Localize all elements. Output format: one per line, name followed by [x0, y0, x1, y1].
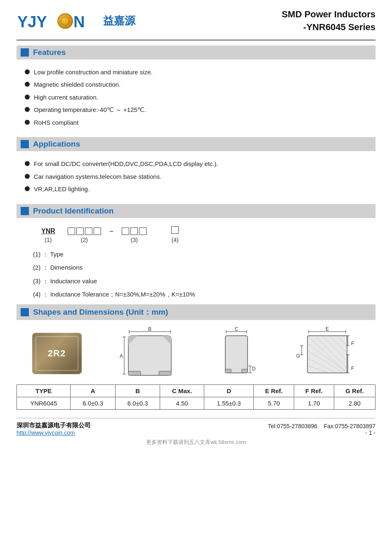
svg-text:A: A: [119, 353, 123, 359]
footer-left: 深圳市益嘉源电子有限公司 http://www.yjycoin.com: [17, 422, 91, 436]
svg-text:G: G: [296, 353, 300, 359]
svg-rect-16: [159, 371, 171, 375]
bullet-icon: [25, 174, 30, 179]
header-title: SMD Power Inductors -YNR6045 Series: [282, 8, 375, 34]
pid-ynr-label: YNR: [41, 228, 55, 235]
dimensions-table: TYPE A B C Max. D E Ref. F Ref. G Ref. Y…: [17, 384, 375, 410]
cell-a: 6.0±0.3: [71, 397, 116, 409]
website-link[interactable]: http://www.yjycoin.com: [17, 429, 75, 436]
list-item: VR,AR,LED lighting.: [25, 185, 375, 194]
bullet-icon: [25, 95, 30, 100]
col-header-g: G Ref.: [334, 384, 375, 397]
svg-text:B: B: [148, 327, 151, 332]
cell-g: 2.80: [334, 397, 375, 409]
svg-text:C: C: [234, 327, 238, 332]
svg-text:F: F: [351, 365, 354, 371]
pid-box: [171, 226, 179, 234]
col-header-b: B: [115, 384, 160, 397]
bullet-icon: [25, 186, 30, 191]
svg-text:F: F: [351, 341, 354, 346]
tel: Tel:0755-27803896: [268, 423, 317, 429]
pid-box: [85, 228, 92, 235]
pid-item: (1) ： Type: [33, 250, 367, 259]
bullet-icon: [25, 82, 30, 87]
svg-text:D: D: [252, 366, 255, 372]
list-item: For small DC/DC converter(HDD,DVC,DSC,PD…: [25, 159, 375, 169]
table-header-row: TYPE A B C Max. D E Ref. F Ref. G Ref.: [17, 384, 375, 397]
page-number: - 1 -: [365, 429, 375, 436]
features-title: Features: [33, 48, 66, 57]
col-header-a: A: [71, 384, 116, 397]
pid-dash: −: [109, 227, 114, 236]
svg-rect-26: [225, 369, 231, 373]
company-name: 深圳市益嘉源电子有限公司: [17, 422, 91, 429]
cell-type: YNR6045: [17, 397, 71, 409]
logo-svg: YJY N: [17, 11, 99, 31]
bullet-icon: [25, 107, 30, 112]
component-label: 2R2: [48, 348, 66, 359]
bullet-icon: [25, 161, 30, 166]
header: YJY N 益嘉源 SMD Power Inductors -YNR6045 S…: [17, 8, 375, 40]
pid-box: [76, 228, 84, 235]
shapes-section-header: Shapes and Dimensions (Unit：mm): [17, 304, 375, 320]
pid-items: (1) ： Type (2) ： Dimensions (3) ： Induct…: [33, 250, 367, 299]
logo-chinese: 益嘉源: [103, 14, 135, 28]
shapes-diagrams: 2R2 B A C: [17, 327, 375, 380]
product-id-diagram: YNR (1) (2) − (3): [41, 226, 367, 243]
svg-rect-12: [128, 336, 171, 375]
pid-group3-label: (3): [131, 237, 138, 243]
pid-item: (3) ： Inductance value: [33, 277, 367, 286]
front-view-diagram: B A: [117, 327, 183, 380]
page: YJY N 益嘉源 SMD Power Inductors -YNR6045 S…: [0, 0, 392, 555]
pid-group1-label: (1): [45, 237, 52, 243]
col-header-d: D: [204, 384, 254, 397]
logo-area: YJY N 益嘉源: [17, 11, 135, 31]
pid-item: (4) ： Inductance Tolerance；N=±30%,M=±20%…: [33, 290, 367, 299]
side-view-diagram: C D: [218, 327, 259, 380]
pid-box: [68, 228, 75, 235]
svg-text:YJY: YJY: [17, 13, 47, 31]
header-title-line1: SMD Power Inductors: [282, 8, 375, 21]
end-view-diagram: E F F G: [294, 327, 360, 380]
shapes-square-icon: [21, 308, 29, 316]
svg-text:N: N: [73, 13, 85, 31]
list-item: Car navigation systems,telecom base stat…: [25, 172, 375, 182]
svg-text:E: E: [325, 327, 328, 332]
applications-title: Applications: [33, 140, 80, 149]
component-photo: 2R2: [32, 333, 82, 374]
cell-b: 6.0±0.3: [115, 397, 160, 409]
pid-box: [130, 228, 138, 235]
col-header-c: C Max.: [160, 384, 204, 397]
cell-f: 1.70: [294, 397, 334, 409]
cell-d: 1.55±0.3: [204, 397, 254, 409]
col-header-type: TYPE: [17, 384, 71, 397]
col-header-e: E Ref.: [254, 384, 294, 397]
bullet-icon: [25, 69, 30, 74]
features-section-header: Features: [17, 45, 375, 59]
list-item: High current saturation.: [25, 93, 375, 102]
features-square-icon: [21, 48, 29, 57]
list-item: Low profile construction and miniature s…: [25, 68, 375, 77]
table-row: YNR6045 6.0±0.3 6.0±0.3 4.50 1.55±0.3 5.…: [17, 397, 375, 409]
svg-rect-15: [128, 371, 141, 375]
shapes-title: Shapes and Dimensions (Unit：mm): [33, 307, 168, 318]
pid-group4-label: (4): [172, 237, 179, 243]
applications-square-icon: [21, 140, 29, 148]
applications-list: For small DC/DC converter(HDD,DVC,DSC,PD…: [17, 154, 375, 199]
bullet-icon: [25, 120, 30, 125]
pid-group2-label: (2): [81, 237, 88, 243]
list-item: Magnetic shielded construction.: [25, 80, 375, 90]
cell-e: 5.70: [254, 397, 294, 409]
svg-rect-27: [242, 369, 248, 373]
footer: 深圳市益嘉源电子有限公司 http://www.yjycoin.com Tel:…: [17, 418, 375, 436]
fax: Fax:0755-27803897: [324, 423, 375, 429]
pid-box: [139, 228, 146, 235]
col-header-f: F Ref.: [294, 384, 334, 397]
pid-item: (2) ： Dimensions: [33, 263, 367, 273]
cell-c: 4.50: [160, 397, 204, 409]
watermark: 更多资料下载请到五八文库wk.58sms.com: [17, 439, 375, 446]
footer-right: Tel:0755-27803896 Fax:0755-27803897 - 1 …: [268, 423, 375, 436]
header-title-line2: -YNR6045 Series: [282, 21, 375, 34]
svg-point-1: [58, 14, 73, 28]
svg-rect-21: [225, 336, 248, 373]
